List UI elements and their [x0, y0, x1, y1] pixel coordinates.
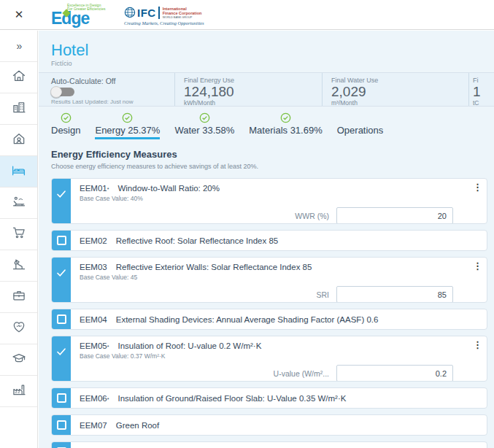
check-circle-icon — [280, 112, 291, 124]
stat-value: 124,180 — [184, 84, 322, 99]
eem-checkbox[interactable] — [52, 231, 71, 250]
checkbox-unchecked-icon — [57, 314, 66, 324]
tab-design[interactable]: Design — [51, 112, 80, 139]
sidebar-item-resort[interactable] — [0, 188, 37, 219]
eem-card-eem04: EEM04 External Shading Devices: Annual A… — [51, 309, 487, 330]
eem-title: Window-to-Wall Ratio: 20% — [117, 184, 220, 193]
eem-card-eem05: EEM05* Insulation of Roof: U-value 0.2 W… — [51, 336, 487, 382]
eem-code: EEM05 — [80, 341, 107, 350]
office-buildings-icon — [12, 100, 26, 117]
checkmark-icon — [55, 267, 67, 282]
tab-label: Operations — [337, 125, 384, 136]
sidebar-item-workplace[interactable] — [0, 282, 37, 313]
sidebar-item-homes[interactable] — [0, 125, 37, 156]
check-circle-icon — [61, 112, 72, 124]
edge-logo: Excellence in Design For Greater Efficie… — [51, 4, 114, 26]
eem-checkbox[interactable] — [52, 309, 71, 329]
sidebar-item-light-industry[interactable] — [0, 250, 37, 282]
stat-value: 2,029 — [331, 84, 468, 99]
shopping-cart-icon — [12, 225, 26, 243]
eem-title: Insulation of Roof: U-value 0.2 W/m²·K — [117, 341, 261, 350]
tab-label: Energy 25.37% — [95, 125, 160, 136]
stat-label: Final Water Use — [331, 77, 468, 84]
eem-checkbox[interactable] — [52, 388, 71, 408]
stat-unit: m³/Month — [331, 99, 468, 107]
main-content: Hotel Fictício Auto-Calculate: Off Resul… — [39, 31, 494, 448]
ifc-acronym: IFC — [137, 7, 156, 19]
tab-water[interactable]: Water 33.58% — [174, 112, 234, 139]
eem-code: EEM01 — [80, 184, 107, 193]
eem-checkbox[interactable] — [52, 258, 71, 302]
kebab-menu-icon[interactable]: ⋮ — [473, 261, 482, 271]
sidebar-item-offices[interactable] — [0, 93, 37, 125]
section-subtitle: Choose energy efficiency measures to ach… — [51, 163, 494, 170]
graduation-cap-icon — [12, 351, 26, 368]
auto-calculate-label: Auto-Calculate: Off — [51, 77, 174, 85]
clipped-stat: Fi 1 tC — [469, 73, 494, 106]
eem-superscript: * — [107, 397, 109, 402]
sidebar-item-retail[interactable] — [0, 219, 37, 250]
checkbox-unchecked-icon — [57, 236, 66, 245]
sidebar-item-education[interactable] — [0, 344, 37, 376]
auto-calculate-cell: Auto-Calculate: Off Results Last Updated… — [39, 73, 175, 106]
final-water-use-stat: Final Water Use 2,029 m³/Month — [323, 73, 469, 106]
eem-input-label: SRI — [316, 290, 329, 299]
sidebar: » — [0, 31, 38, 448]
auto-calculate-toggle[interactable] — [51, 88, 74, 96]
stat-unit: kWh/Month — [184, 99, 322, 107]
desk-lamp-icon — [12, 257, 26, 274]
checkbox-unchecked-icon — [57, 420, 66, 430]
kebab-menu-icon[interactable]: ⋮ — [473, 182, 482, 192]
eem-card-eem03: EEM03 Reflective Exterior Walls: Solar R… — [51, 257, 487, 303]
eem-code: EEM04 — [80, 315, 107, 324]
stat-unit: tC — [473, 99, 494, 107]
eem-checkbox[interactable] — [52, 336, 71, 381]
eem-value-input[interactable] — [336, 286, 453, 303]
check-circle-icon — [122, 112, 133, 124]
top-header: ✕ Excellence in Design For Greater Effic… — [0, 0, 494, 30]
eem-title: External Shading Devices: Annual Average… — [116, 315, 379, 324]
ifc-tagline: Creating Markets, Creating Opportunities — [124, 20, 204, 26]
eem-base-case-value: Base Case Value: 0.37 W/m²·K — [80, 352, 481, 360]
page-subtitle: Fictício — [51, 60, 494, 67]
eem-superscript: * — [107, 344, 109, 349]
eem-card-eem01: EEM01* Window-to-Wall Ratio: 20% Base Ca… — [51, 178, 487, 224]
tab-operations[interactable]: Operations — [337, 112, 384, 139]
eem-code: EEM07 — [80, 421, 107, 430]
eem-code: EEM02 — [80, 236, 107, 245]
kebab-menu-icon[interactable]: ⋮ — [473, 340, 482, 349]
stats-bar: Auto-Calculate: Off Results Last Updated… — [39, 72, 494, 107]
double-chevron-right-icon: » — [17, 40, 21, 52]
sidebar-item-healthcare[interactable] — [0, 313, 37, 344]
tab-label: Water 33.58% — [174, 125, 234, 136]
tab-energy[interactable]: Energy 25.37% — [95, 112, 160, 139]
page-title: Hotel — [51, 41, 494, 60]
eem-checkbox[interactable] — [52, 179, 71, 223]
sidebar-item-home[interactable] — [0, 62, 37, 93]
ifc-logo: IFC International Finance Corporation WO… — [124, 4, 204, 26]
stat-label: Final Energy Use — [184, 77, 322, 84]
sidebar-expand-button[interactable]: » — [0, 31, 37, 62]
stat-label: Fi — [473, 77, 494, 84]
eem-checkbox[interactable] — [52, 442, 71, 448]
sidebar-item-industrial[interactable] — [0, 376, 37, 407]
sidebar-item-hotel[interactable] — [0, 156, 37, 188]
check-circle-icon — [199, 112, 210, 124]
eem-card-eem02: EEM02 Reflective Roof: Solar Reflectance… — [51, 230, 487, 251]
final-energy-use-stat: Final Energy Use 124,180 kWh/Month — [175, 73, 323, 106]
eem-title: Reflective Roof: Solar Reflectance Index… — [116, 236, 278, 245]
eem-value-input[interactable] — [336, 207, 453, 224]
eem-title: Reflective Exterior Walls: Solar Reflect… — [116, 263, 312, 271]
tab-materials[interactable]: Materials 31.69% — [249, 112, 322, 139]
lounge-chair-icon — [12, 194, 26, 212]
eem-input-label: U-value (W/m²... — [274, 369, 329, 378]
toggle-knob — [50, 86, 62, 98]
eem-value-input[interactable] — [336, 365, 453, 382]
eem-checkbox[interactable] — [52, 415, 71, 435]
close-icon[interactable]: ✕ — [0, 8, 38, 21]
ifc-name: International Finance Corporation — [163, 7, 202, 15]
eem-code: EEM06 — [80, 394, 107, 403]
stat-value: 1 — [473, 84, 494, 99]
eem-title: Insulation of Ground/Raised Floor Slab: … — [117, 394, 346, 403]
checkmark-icon — [55, 346, 67, 360]
